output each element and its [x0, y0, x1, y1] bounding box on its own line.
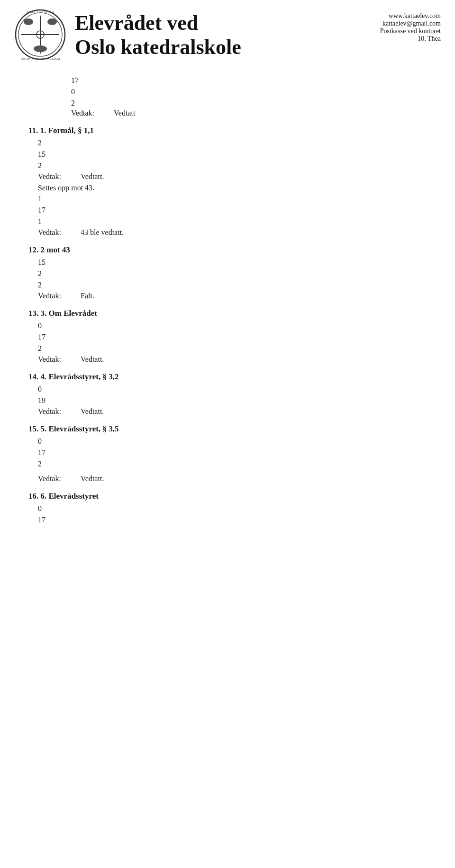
sec14-num1: 0: [38, 384, 427, 395]
sec14-num2: 19: [38, 395, 427, 406]
section-11-numbers: 2 15 2: [38, 137, 427, 171]
sec16-num2: 17: [38, 514, 427, 526]
sec15-vedtak: Vedtak: Vedtatt.: [28, 474, 427, 483]
sec12-num3: 2: [38, 279, 427, 291]
sec14-vedtak: Vedtak: Vedtatt.: [38, 407, 427, 416]
svg-point-6: [34, 45, 47, 52]
sec16-num1: 0: [38, 503, 427, 514]
sec11-vedtak-value: Vedtatt.: [81, 172, 104, 181]
section-12-heading: 12. 2 mot 43: [28, 245, 427, 255]
sec11-sub-vedtak: Vedtak: 43 ble vedtatt.: [38, 228, 427, 237]
section-16-heading: 16. 6. Elevrådsstyret: [28, 492, 427, 501]
sec13-vedtak-value: Vedtatt.: [81, 355, 104, 364]
header-contact: www.kattaelev.com kattaelev@gmail.com Po…: [346, 9, 441, 43]
sec15-num1: 0: [38, 436, 427, 447]
sec12-vedtak-value: Falt.: [81, 292, 94, 300]
section-14-heading: 14. 4. Elevrådsstyret, § 3,2: [28, 372, 427, 382]
school-logo: DISCIPLINARUM·CONCILIUM SCHOLA OSLOENSIS: [14, 9, 66, 61]
website-link[interactable]: www.kattaelev.com: [346, 12, 441, 20]
sec11-sub-num3: 1: [38, 216, 427, 227]
section-15: 15. 5. Elevrådsstyret, § 3,5 0 17 2 Vedt…: [28, 424, 427, 483]
title-line2: Oslo katedralskole: [75, 36, 346, 60]
sec15-vedtak-value: Vedtatt.: [81, 474, 104, 483]
sec13-num2: 17: [38, 331, 427, 343]
section-13-numbers: 0 17 2: [38, 320, 427, 354]
sec11-vedtak: Vedtak: Vedtatt.: [38, 172, 427, 181]
sec12-vedtak: Vedtak: Falt.: [38, 292, 427, 300]
section-14-numbers: 0 19: [38, 384, 427, 406]
sec11-sub-num2: 17: [38, 205, 427, 216]
top-vedtak-value: Vedtatt: [114, 109, 135, 117]
sec14-vedtak-label: Vedtak:: [38, 407, 76, 416]
sec15-num2: 17: [38, 447, 427, 458]
main-content: 17 0 2 Vedtak: Vedtatt 11. 1. Formål, § …: [0, 65, 455, 553]
sec11-num2: 15: [38, 149, 427, 160]
svg-point-5: [47, 18, 57, 25]
top-vedtak-label: Vedtak:: [71, 109, 109, 117]
svg-text:DISCIPLINARUM·CONCILIUM: DISCIPLINARUM·CONCILIUM: [21, 57, 60, 60]
sec13-vedtak-label: Vedtak:: [38, 355, 76, 364]
top-num1: 17: [71, 75, 427, 86]
section-12-numbers: 15 2 2: [38, 257, 427, 291]
sec12-vedtak-label: Vedtak:: [38, 292, 76, 300]
person-name: 10. Thea: [346, 35, 441, 43]
sec14-vedtak-value: Vedtatt.: [81, 407, 104, 416]
sec11-num1: 2: [38, 137, 427, 149]
page-header: DISCIPLINARUM·CONCILIUM SCHOLA OSLOENSIS…: [0, 0, 455, 65]
top-vote-numbers: 17 0 2: [71, 75, 427, 109]
sec13-vedtak: Vedtak: Vedtatt.: [38, 355, 427, 364]
section-11: 11. 1. Formål, § 1,1 2 15 2 Vedtak: Vedt…: [28, 126, 427, 237]
sec13-num3: 2: [38, 343, 427, 354]
sec11-extra: Settes opp mot 43.: [38, 184, 427, 192]
sec11-sub-vedtak-label: Vedtak:: [38, 228, 76, 237]
svg-text:SCHOLA OSLOENSIS: SCHOLA OSLOENSIS: [27, 11, 54, 14]
top-vedtak-row: Vedtak: Vedtatt: [71, 109, 427, 117]
section-16-numbers: 0 17: [38, 503, 427, 526]
section-13-heading: 13. 3. Om Elevrådet: [28, 309, 427, 318]
sec12-num2: 2: [38, 268, 427, 279]
top-vote-section: 17 0 2 Vedtak: Vedtatt: [28, 75, 427, 117]
sec12-num1: 15: [38, 257, 427, 268]
section-15-heading: 15. 5. Elevrådsstyret, § 3,5: [28, 424, 427, 434]
top-num3: 2: [71, 98, 427, 109]
title-line1: Elevrådet ved: [75, 11, 346, 36]
sec11-num3: 2: [38, 160, 427, 171]
section-15-numbers: 0 17 2: [38, 436, 427, 470]
school-title: Elevrådet ved Oslo katedralskole: [75, 9, 346, 59]
sec15-num3: 2: [38, 458, 427, 470]
section-14: 14. 4. Elevrådsstyret, § 3,2 0 19 Vedtak…: [28, 372, 427, 416]
sec11-sub-num1: 1: [38, 193, 427, 205]
section-11-heading: 11. 1. Formål, § 1,1: [28, 126, 427, 135]
sec13-num1: 0: [38, 320, 427, 331]
postkasse-text: Postkasse ved kontoret: [346, 27, 441, 35]
section-13: 13. 3. Om Elevrådet 0 17 2 Vedtak: Vedta…: [28, 309, 427, 364]
sec11-sub-numbers: 1 17 1: [38, 193, 427, 227]
section-16: 16. 6. Elevrådsstyret 0 17: [28, 492, 427, 526]
email-link[interactable]: kattaelev@gmail.com: [346, 20, 441, 27]
sec11-vedtak-label: Vedtak:: [38, 172, 76, 181]
top-num2: 0: [71, 86, 427, 98]
sec15-vedtak-label: Vedtak:: [38, 474, 76, 483]
svg-point-4: [24, 18, 33, 25]
section-12: 12. 2 mot 43 15 2 2 Vedtak: Falt.: [28, 245, 427, 300]
sec11-sub-vedtak-value: 43 ble vedtatt.: [81, 228, 124, 237]
